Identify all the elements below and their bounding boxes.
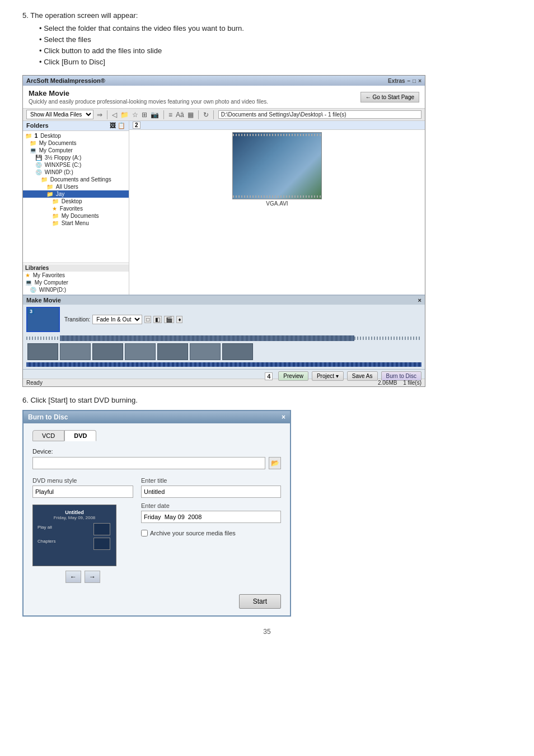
dvd-chapters-label: Chapters xyxy=(38,539,55,544)
device-browse-button[interactable]: 📂 xyxy=(269,457,281,469)
make-movie-panel-header: Make Movie × xyxy=(23,296,425,305)
transition-select[interactable]: Fade In & Out xyxy=(92,315,142,324)
timeline-thumbnail: 3 xyxy=(26,307,60,332)
toolbar-icon-star[interactable]: ☆ xyxy=(132,111,138,119)
burn-dialog-footer: Start xyxy=(24,590,290,615)
device-input[interactable] xyxy=(32,457,265,469)
strip-dots-left xyxy=(26,337,60,340)
arcsoft-toolbar: Show All Media Files ⇒ ◁ 📁 ☆ ⊞ 📷 ≡ Aä ▦ … xyxy=(23,109,425,121)
film-frame-4 xyxy=(125,343,156,360)
folder-icon: 📁 xyxy=(41,176,48,183)
dvd-play-label: Play all xyxy=(38,525,52,530)
toolbar-icon-rotate[interactable]: ↻ xyxy=(203,111,209,119)
archive-checkbox[interactable] xyxy=(141,530,148,536)
dvd-thumb-2 xyxy=(93,538,110,550)
toolbar-icon-list[interactable]: ≡ xyxy=(168,111,172,119)
bullet-4: Click [Burn to Disc] xyxy=(39,58,512,66)
preview-button[interactable]: Preview xyxy=(278,371,308,381)
tree-desktop[interactable]: 📁 1 Desktop xyxy=(23,132,129,139)
toolbar-divider-3 xyxy=(198,110,199,119)
tree-floppy[interactable]: 💾 3½ Floppy (A:) xyxy=(23,154,129,161)
drive-d-icon: 💿 xyxy=(35,169,42,175)
start-button[interactable]: Start xyxy=(239,594,281,609)
folders-icons: 🖼 📋 xyxy=(110,122,125,129)
tree-all-users[interactable]: 📁 All Users xyxy=(23,183,129,190)
floppy-icon: 💾 xyxy=(35,155,42,161)
folder-icon: 📁 xyxy=(52,198,59,204)
tree-winxpse[interactable]: 💿 WINXPSE (C:) xyxy=(23,161,129,169)
tree-jay[interactable]: 📁 Jay xyxy=(23,190,129,198)
step5-bullets: Select the folder that contains the vide… xyxy=(39,24,512,66)
film-frame-3 xyxy=(92,343,123,360)
device-input-row: 📂 xyxy=(32,457,281,469)
label-4-badge: 4 xyxy=(265,373,273,380)
toolbar-icon-grid[interactable]: ⊞ xyxy=(142,111,147,119)
tree-doc-settings[interactable]: 📁 Documents and Settings xyxy=(23,176,129,183)
lib-winop-d[interactable]: 💿 WIN0P(D:) xyxy=(23,286,129,293)
toolbar-icon-camera[interactable]: 📷 xyxy=(151,111,159,119)
step6-section: 6. Click [Start] to start DVD burning. B… xyxy=(22,396,512,617)
tree-favorites[interactable]: ★ Favorites xyxy=(23,205,129,212)
show-all-media-select[interactable]: Show All Media Files xyxy=(26,110,93,119)
project-button[interactable]: Project ▾ xyxy=(312,371,344,381)
save-as-button[interactable]: Save As xyxy=(347,371,378,381)
video-preview-image xyxy=(232,132,322,199)
burn-dialog-close-icon[interactable]: × xyxy=(282,413,285,421)
tree-jay-desktop[interactable]: 📁 Desktop xyxy=(23,198,129,205)
status-ready: Ready xyxy=(26,380,43,386)
burn-form-left: DVD menu style Untitled Friday, May 09, … xyxy=(32,477,133,583)
film-frame-5 xyxy=(157,343,188,360)
make-movie-panel-title: Make Movie xyxy=(26,297,61,304)
label-2-badge: 2 xyxy=(133,122,143,128)
close-btn[interactable]: × xyxy=(418,78,421,84)
make-movie-controls: 3 Transition: Fade In & Out □ ◧ 🎬 ♦ xyxy=(26,307,421,332)
dvd-nav-back-button[interactable]: ← xyxy=(65,571,81,583)
media-panel-header: 2 xyxy=(129,121,425,130)
filmstrip-row xyxy=(26,343,421,361)
toolbar-icon-view[interactable]: ▦ xyxy=(188,111,194,119)
archive-label: Archive your source media files xyxy=(150,530,236,536)
toolbar-icon-size[interactable]: Aä xyxy=(176,111,184,119)
toolbar-icon-folder[interactable]: 📁 xyxy=(120,111,129,119)
video-thumbnail[interactable]: VGA.AVI xyxy=(232,132,322,207)
burn-form-right: Enter title Enter date Archive your sour… xyxy=(141,477,281,583)
tab-vcd[interactable]: VCD xyxy=(32,430,64,441)
tree-start-menu[interactable]: 📁 Start Menu xyxy=(23,220,129,227)
panel-close-icon[interactable]: × xyxy=(418,297,421,304)
transition-icon-3[interactable]: 🎬 xyxy=(164,316,174,323)
transition-icon-2[interactable]: ◧ xyxy=(153,316,162,323)
tree-my-documents[interactable]: 📁 My Documents xyxy=(23,139,129,147)
enter-title-input[interactable] xyxy=(141,486,281,498)
maximize-btn[interactable]: □ xyxy=(413,78,416,84)
media-panel: 2 VGA.AVI xyxy=(129,121,425,295)
status-size: 2.06MB xyxy=(378,380,397,386)
enter-date-input[interactable] xyxy=(141,511,281,523)
toolbar-arrow-icon[interactable]: ⇒ xyxy=(97,111,102,119)
video-filename: VGA.AVI xyxy=(232,200,322,207)
status-files: 1 file(s) xyxy=(403,380,421,386)
arcsoft-main: Folders 🖼 📋 📁 1 Desktop 📁 My Documents 💻… xyxy=(23,121,425,295)
transition-icon-4[interactable]: ♦ xyxy=(176,316,182,323)
dvd-nav-row: ← → xyxy=(32,571,133,583)
dvd-preview-thumbnail: Untitled Friday, May 09, 2008 Play all C… xyxy=(32,505,116,566)
goto-start-button[interactable]: ← Go to Start Page xyxy=(360,92,419,102)
arcsoft-header: Make Movie Quickly and easily produce pr… xyxy=(23,86,425,109)
lib-my-favorites[interactable]: ★ My Favorites xyxy=(23,272,129,279)
dvd-nav-forward-button[interactable]: → xyxy=(85,571,100,583)
toolbar-icon-back[interactable]: ◁ xyxy=(112,111,117,119)
make-movie-panel: Make Movie × 3 Transition: Fade In & Out… xyxy=(23,295,425,379)
tree-winop-d[interactable]: 💿 WIN0P (D:) xyxy=(23,169,129,176)
minimize-btn[interactable]: – xyxy=(407,78,411,84)
bullet-3: Click button to add the files into slide xyxy=(39,46,512,55)
drive-icon: 💿 xyxy=(30,287,36,293)
tree-my-docs-sub[interactable]: 📁 My Documents xyxy=(23,212,129,220)
tree-my-computer[interactable]: 💻 My Computer xyxy=(23,147,129,154)
tab-dvd[interactable]: DVD xyxy=(64,430,96,441)
bullet-2: Select the files xyxy=(39,35,512,44)
transition-icon-1[interactable]: □ xyxy=(144,316,151,323)
lib-my-computer[interactable]: 💻 My Computer xyxy=(23,279,129,286)
page-number: 35 xyxy=(22,628,512,636)
arcsoft-window: ArcSoft MediaImpression® Extras – □ × Ma… xyxy=(22,75,425,387)
dvd-menu-style-input[interactable] xyxy=(32,486,133,498)
toolbar-divider-1 xyxy=(107,110,107,119)
